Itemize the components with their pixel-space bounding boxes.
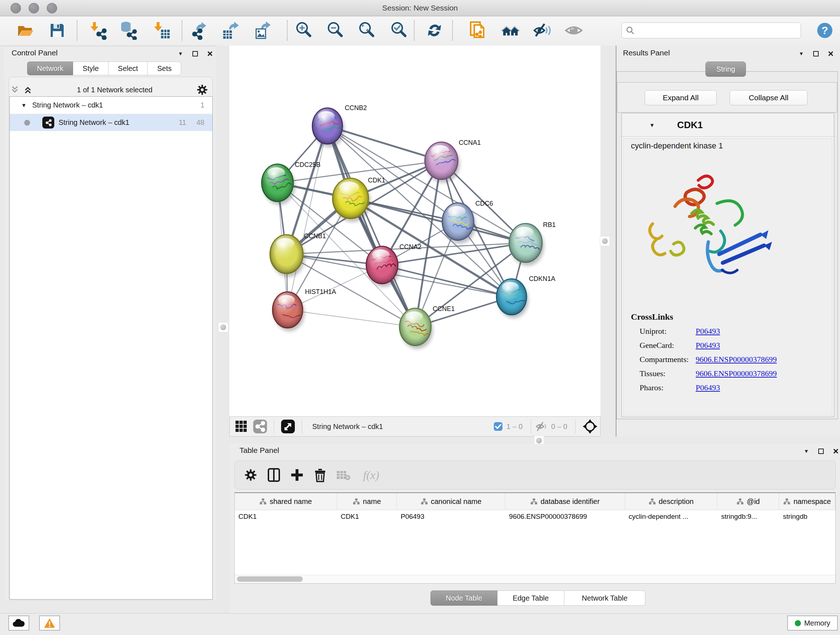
hscrollbar-thumb[interactable] <box>237 576 303 582</box>
open-session-button[interactable] <box>15 20 35 41</box>
tab-node-table[interactable]: Node Table <box>431 591 497 606</box>
node-CDC6[interactable]: CDC6 <box>442 200 493 244</box>
table-cell[interactable]: stringdb:9... <box>717 510 779 524</box>
panel-menu-icon[interactable]: ▼ <box>804 448 809 454</box>
results-tab-string[interactable]: String <box>706 62 746 77</box>
table-cell[interactable]: CDK1 <box>337 510 397 524</box>
cloud-status-button[interactable] <box>8 616 29 631</box>
table-cell[interactable]: stringdb <box>779 510 835 524</box>
collection-expand-icon[interactable]: ▼ <box>19 102 29 108</box>
crosslink-link[interactable]: 9606.ENSP00000378699 <box>696 369 777 378</box>
birds-eye-toggle-button[interactable] <box>580 415 600 438</box>
search-field[interactable] <box>622 22 801 38</box>
string-home-button[interactable] <box>500 20 521 41</box>
left-splitter-handle[interactable] <box>218 322 228 333</box>
table-row[interactable]: CDK1CDK1P064939606.ENSP00000378699cyclin… <box>235 510 835 524</box>
node-CCNA2[interactable]: CCNA2 <box>366 243 422 287</box>
table-cell[interactable]: CDK1 <box>235 510 337 524</box>
export-image-button[interactable] <box>253 20 273 41</box>
column-header--id[interactable]: @id <box>717 493 779 510</box>
help-button[interactable]: ? <box>815 20 835 41</box>
table-cell[interactable]: P06493 <box>397 510 505 524</box>
network-canvas[interactable]: CCNB2CCNA1CDC25BCDK1CDC6RB1CCNB1CCNA2CDK… <box>229 46 600 416</box>
edge-HIST1H1A-CCNE1[interactable] <box>287 310 415 327</box>
crosslink-link[interactable]: P06493 <box>696 340 720 350</box>
zoom-out-button[interactable] <box>325 20 346 41</box>
expand-all-button[interactable]: Expand All <box>645 90 717 105</box>
network-collection-row[interactable]: ▼ String Network – cdk1 1 <box>10 97 212 114</box>
network-row[interactable]: String Network – cdk1 11 48 <box>10 114 212 131</box>
right-splitter-handle[interactable] <box>600 236 610 246</box>
crosslink-link[interactable]: 9606.ENSP00000378699 <box>696 355 777 364</box>
column-header-database-identifier[interactable]: database identifier <box>505 493 625 510</box>
new-network-from-selection-button[interactable] <box>468 20 488 41</box>
network-graph[interactable]: CCNB2CCNA1CDC25BCDK1CDC6RB1CCNB1CCNA2CDK… <box>229 46 600 416</box>
show-columns-button[interactable] <box>262 463 286 486</box>
table-settings-button[interactable] <box>239 463 262 486</box>
export-table-button[interactable] <box>220 20 240 41</box>
show-hide-panel-button[interactable] <box>532 20 553 41</box>
column-header-shared-name[interactable]: shared name <box>235 493 337 510</box>
node-CCNE1[interactable]: CCNE1 <box>399 305 455 349</box>
refresh-layout-button[interactable] <box>424 20 445 41</box>
edge-CCNB2-CCNA1[interactable] <box>327 126 441 161</box>
export-network-button[interactable] <box>189 20 209 41</box>
import-network-database-button[interactable] <box>118 20 139 41</box>
delete-column-button[interactable] <box>309 463 332 486</box>
open-in-window-button[interactable] <box>279 415 297 438</box>
node-CCNB1[interactable]: CCNB1 <box>270 233 326 277</box>
edges[interactable] <box>278 126 526 327</box>
edge-CDK1-RB1[interactable] <box>351 198 526 243</box>
table-hscrollbar[interactable] <box>235 575 835 583</box>
edge-CCNB2-CCNE1[interactable] <box>327 126 415 327</box>
selected-checkbox-icon[interactable] <box>493 422 503 431</box>
column-header-canonical-name[interactable]: canonical name <box>397 493 505 510</box>
tab-style[interactable]: Style <box>73 62 108 75</box>
import-network-file-button[interactable] <box>88 20 108 41</box>
collapse-all-icon[interactable] <box>9 85 20 95</box>
node-RB1[interactable]: RB1 <box>509 221 556 266</box>
node-CCNB2[interactable]: CCNB2 <box>312 104 367 147</box>
gene-section-header[interactable]: ▼ CDK1 <box>622 113 834 137</box>
crosslink-link[interactable]: P06493 <box>696 326 720 336</box>
tab-network-table[interactable]: Network Table <box>564 591 645 606</box>
search-input[interactable] <box>635 26 801 35</box>
expand-all-icon[interactable] <box>22 85 33 95</box>
warnings-button[interactable] <box>39 616 60 631</box>
panel-float-icon[interactable] <box>813 51 819 57</box>
import-table-file-button[interactable] <box>152 20 172 41</box>
column-header-namespace[interactable]: namespace <box>779 493 835 510</box>
table-cell[interactable]: 9606.ENSP00000378699 <box>505 510 625 524</box>
column-header-description[interactable]: description <box>625 493 718 510</box>
node-CCNA1[interactable]: CCNA1 <box>425 139 481 183</box>
section-collapse-icon[interactable]: ▼ <box>649 122 655 128</box>
collapse-all-button[interactable]: Collapse All <box>729 90 807 105</box>
panel-close-icon[interactable]: × <box>833 448 838 455</box>
crosslink-link[interactable]: P06493 <box>696 383 720 393</box>
gear-icon[interactable] <box>196 84 208 96</box>
panel-float-icon[interactable] <box>193 51 198 57</box>
zoom-selected-button[interactable] <box>389 20 409 41</box>
string-view-icon[interactable] <box>251 415 270 438</box>
panel-close-icon[interactable]: × <box>207 50 213 57</box>
table-cell[interactable]: cyclin-dependent ... <box>625 510 718 524</box>
panel-menu-icon[interactable]: ▼ <box>178 51 183 56</box>
panel-menu-icon[interactable]: ▼ <box>799 51 804 56</box>
column-header-name[interactable]: name <box>337 493 397 510</box>
tab-edge-table[interactable]: Edge Table <box>497 591 564 606</box>
tab-network[interactable]: Network <box>27 62 73 75</box>
panel-close-icon[interactable]: × <box>828 50 834 57</box>
tab-select[interactable]: Select <box>109 62 148 75</box>
node-table[interactable]: shared namenamecanonical namedatabase id… <box>234 492 836 584</box>
memory-button[interactable]: Memory <box>787 616 838 631</box>
add-column-button[interactable] <box>286 463 309 486</box>
zoom-fit-button[interactable] <box>357 20 377 41</box>
grid-view-icon[interactable] <box>232 415 251 438</box>
zoom-in-button[interactable] <box>294 20 314 41</box>
hidden-eye-icon[interactable] <box>535 421 548 432</box>
save-session-button[interactable] <box>47 20 67 41</box>
node-CDKN1A[interactable]: CDKN1A <box>496 275 555 318</box>
birds-eye-view-button[interactable] <box>564 20 584 41</box>
tab-sets[interactable]: Sets <box>148 62 181 75</box>
panel-float-icon[interactable] <box>818 448 824 454</box>
